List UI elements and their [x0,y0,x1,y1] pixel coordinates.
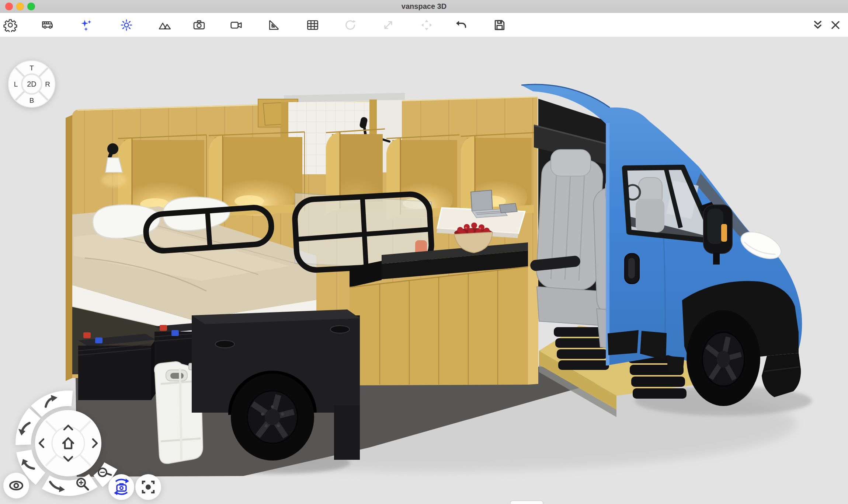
toolbar-environment-button[interactable] [154,15,175,35]
scrollbar-thumb[interactable] [510,500,543,504]
toolbar-save-button[interactable] [489,15,510,35]
toolbar-resize-object-button[interactable] [378,15,399,35]
svg-text:2D: 2D [27,80,37,88]
toolbar-render-magic-button[interactable] [75,15,96,35]
front-wheel [687,310,760,406]
toolbar-close-panel-button[interactable] [825,15,846,35]
rear-wheel [231,374,314,461]
move-cross-icon [420,18,434,32]
view-orientation-widget: T L R B 2D [1,53,63,116]
traffic-light-minimize[interactable] [16,3,24,10]
toolbar-settings-button[interactable] [0,15,21,35]
body-cut-edge [606,123,609,365]
resize-arrows-icon [381,18,395,32]
window-title: vanspace 3D [0,0,848,13]
camera-nav-cluster [0,383,170,504]
toolbar-record-video-button[interactable] [226,15,247,35]
rotate-sync-icon [343,18,357,32]
view-bottom-button[interactable]: B [29,97,34,104]
toolbar-rotate-object-button[interactable] [340,15,361,35]
undo-icon [454,18,468,32]
toolbar-measure-button[interactable] [264,15,284,35]
set-square-icon [267,18,281,32]
calculator [499,203,517,213]
home-button[interactable] [52,427,84,459]
camera-icon [192,18,206,32]
svg-text:R: R [45,80,50,88]
titlebar: vanspace 3D [0,0,848,13]
toolbar-vehicle-button[interactable] [38,15,58,35]
toolbar-undo-button[interactable] [451,15,472,35]
eye-button[interactable] [3,473,29,498]
toolbar-screenshot-button[interactable] [189,15,209,35]
view-2d-button[interactable]: 2D [27,80,37,88]
toolbar [0,13,848,37]
svg-text:T: T [29,64,34,72]
close-icon [828,18,842,32]
sparkles-icon [79,18,93,32]
van-icon [41,18,55,32]
save-icon [493,18,507,32]
traffic-light-close[interactable] [5,3,13,10]
video-camera-icon [229,18,243,32]
focus-model-button[interactable] [135,474,161,500]
toolbar-lighting-button[interactable] [116,15,137,35]
traffic-light-zoom[interactable] [27,3,35,10]
mountains-icon [158,18,172,32]
sun-icon [119,18,133,32]
rotate-camera-button[interactable] [108,474,134,500]
svg-text:B: B [29,97,34,104]
toolbar-move-object-button[interactable] [416,15,437,35]
double-chevron-down-icon [811,18,825,32]
view-left-button[interactable]: L [14,80,18,88]
toolbar-grid-button[interactable] [302,15,323,35]
orbit-up-button[interactable] [37,398,72,412]
view-top-button[interactable]: T [29,64,34,72]
gear-icon [3,18,17,32]
front-bumper [762,353,801,397]
view-right-button[interactable]: R [45,80,50,88]
grid-icon [306,18,320,32]
svg-text:L: L [14,80,18,88]
door-handle [625,253,639,284]
kitchen-counter [350,242,538,385]
mirror-indicator [721,224,727,242]
orbit-left-button[interactable] [23,413,35,445]
